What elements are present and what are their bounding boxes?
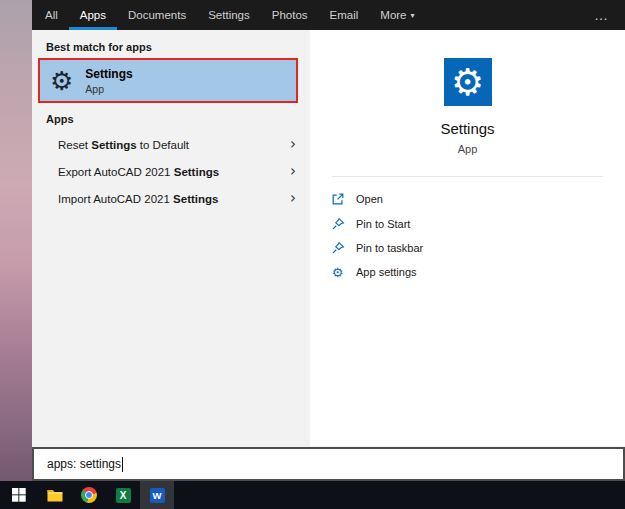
action-label: App settings [356,266,417,278]
windows-logo-icon [12,488,26,502]
list-item-label: Reset Settings to Default [58,139,189,151]
taskbar-word[interactable]: W [140,481,174,509]
text-cursor [122,457,123,472]
search-bar[interactable]: apps: settings [32,447,625,481]
overflow-menu-button[interactable]: … [578,0,625,30]
list-item-export-autocad-settings[interactable]: Export AutoCAD 2021 Settings › [32,158,310,185]
taskbar-chrome[interactable] [72,481,106,509]
tab-more[interactable]: More ▾ [369,0,425,30]
list-item-reset-settings[interactable]: Reset Settings to Default › [32,131,310,158]
action-label: Pin to Start [356,218,410,230]
best-match-text: Settings App [85,67,132,95]
best-match-title: Settings [85,67,132,81]
chrome-icon-center [85,491,93,499]
tab-settings[interactable]: Settings [197,0,261,30]
chevron-down-icon: ▾ [411,11,415,20]
screen: All Apps Documents Settings Photos Email… [0,0,625,509]
tab-apps[interactable]: Apps [69,0,117,30]
search-input[interactable]: apps: settings [47,457,121,471]
label-part: Export AutoCAD 2021 [58,166,174,178]
label-part: Import AutoCAD 2021 [58,193,173,205]
tab-all[interactable]: All [34,0,69,30]
chrome-icon [81,487,97,503]
action-pin-to-start[interactable]: Pin to Start [310,212,625,236]
action-app-settings[interactable]: ⚙ App settings [310,260,625,284]
pin-icon [330,241,345,256]
chevron-right-icon[interactable]: › [290,191,296,206]
label-part: Reset [58,139,91,151]
label-part-bold: Settings [91,139,136,151]
list-item-label: Import AutoCAD 2021 Settings [58,193,218,205]
action-label: Pin to taskbar [356,242,423,254]
word-icon: W [150,488,165,503]
pin-icon [330,217,345,232]
label-part: to Default [137,139,189,151]
best-match-header: Best match for apps [46,41,152,53]
tab-photos[interactable]: Photos [261,0,319,30]
chevron-right-icon[interactable]: › [290,164,296,179]
tab-more-label: More [380,9,406,21]
action-open[interactable]: Open [310,187,625,211]
taskbar: X W [0,481,625,509]
best-match-item[interactable]: ⚙ Settings App [38,58,298,103]
label-part-bold: Settings [173,193,218,205]
taskbar-file-explorer[interactable] [38,481,72,509]
desktop-wallpaper [0,0,32,481]
apps-section-header: Apps [46,113,74,125]
chevron-right-icon[interactable]: › [290,137,296,152]
best-match-subtitle: App [85,83,132,95]
tab-documents[interactable]: Documents [117,0,197,30]
open-icon [330,192,345,207]
settings-app-tile: ⚙ [444,58,492,106]
taskbar-excel[interactable]: X [106,481,140,509]
gear-glyph: ⚙ [332,266,344,279]
tab-email[interactable]: Email [319,0,370,30]
preview-title: Settings [310,120,625,137]
preview-subtitle: App [310,143,625,155]
list-item-label: Export AutoCAD 2021 Settings [58,166,219,178]
start-button[interactable] [0,481,38,509]
search-flyout: All Apps Documents Settings Photos Email… [32,0,625,481]
action-label: Open [356,193,383,205]
gear-icon: ⚙ [50,68,73,94]
action-pin-to-taskbar[interactable]: Pin to taskbar [310,236,625,260]
divider [332,176,603,177]
gear-icon: ⚙ [451,64,484,101]
preview-panel: ⚙ Settings App Open [310,30,625,446]
search-tabs-bar: All Apps Documents Settings Photos Email… [32,0,625,30]
results-panel: Best match for apps ⚙ Settings App Apps … [32,30,310,446]
excel-icon: X [116,488,131,503]
folder-icon [47,489,63,502]
list-item-import-autocad-settings[interactable]: Import AutoCAD 2021 Settings › [32,185,310,212]
label-part-bold: Settings [174,166,219,178]
gear-icon: ⚙ [330,265,345,280]
